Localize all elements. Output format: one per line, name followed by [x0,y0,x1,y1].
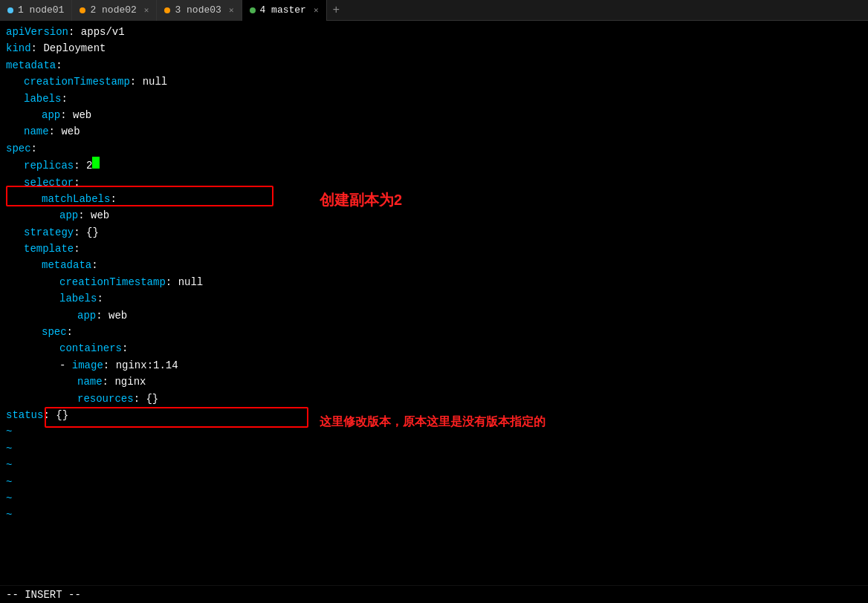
tab-dot-node03 [164,7,170,13]
tilde-3: ~ [0,457,868,473]
line-spec: spec: [0,140,868,157]
tab-close-node03[interactable]: ✕ [229,5,234,15]
annotation-replicas: 创建副本为2 [320,190,402,210]
line-name-container: name: nginx [71,374,868,390]
tilde-2: ~ [0,440,868,457]
tab-add-icon: + [333,4,340,17]
tab-node02[interactable]: 2 node02 ✕ [72,0,157,21]
line-creationTimestamp-template: creationTimestamp: null [54,274,868,290]
line-name-root: name: web [18,123,868,140]
line-template: template: [18,241,868,257]
line-image: - image: nginx:1.14 [54,357,868,374]
tilde-4: ~ [0,474,868,490]
line-app-template: app: web [71,307,868,324]
line-metadata-template: metadata: [36,257,868,273]
line-selector: selector: [18,175,868,191]
tab-node03[interactable]: 3 node03 ✕ [157,0,242,21]
tilde-6: ~ [0,506,868,523]
tab-close-master[interactable]: ✕ [314,5,319,15]
line-matchLabels: matchLabels: [36,191,868,207]
tab-label-node02: 2 node02 [90,4,136,16]
editor-area[interactable]: apiVersion: apps/v1 kind: Deployment met… [0,21,868,585]
tab-label-node03: 3 node03 [175,4,221,16]
line-app-selector: app: web [54,207,868,224]
line-strategy: strategy: {} [18,224,868,241]
tab-dot-node01 [7,7,13,13]
line-metadata: metadata: [0,57,868,74]
line-labels-template: labels: [54,290,868,307]
tab-label-node01: 1 node01 [18,4,64,16]
line-containers: containers: [54,340,868,356]
tab-close-node02[interactable]: ✕ [144,5,149,15]
tab-dot-node02 [80,7,85,13]
status-bar: -- INSERT -- [0,585,868,603]
annotation-image: 这里修改版本，原本这里是没有版本指定的 [320,414,545,430]
line-resources: resources: {} [71,391,868,407]
line-kind: kind: Deployment [0,40,868,56]
tab-node01[interactable]: 1 node01 [0,0,72,21]
cursor [92,157,100,169]
line-apiVersion: apiVersion: apps/v1 [0,24,868,40]
line-labels-root: labels: [18,91,868,107]
tab-add-button[interactable]: + [327,0,346,21]
line-app-root: app: web [36,107,868,123]
line-spec-template: spec: [36,324,868,340]
tab-bar: 1 node01 2 node02 ✕ 3 node03 ✕ 4 master … [0,0,868,21]
tab-master[interactable]: 4 master ✕ [242,0,327,21]
tab-label-master: 4 master [260,4,306,16]
tilde-5: ~ [0,490,868,506]
line-replicas: replicas: 2 [18,157,868,174]
tab-dot-master [250,7,256,13]
insert-mode-label: -- INSERT -- [6,589,81,601]
line-creationTimestamp-root: creationTimestamp: null [18,74,868,90]
